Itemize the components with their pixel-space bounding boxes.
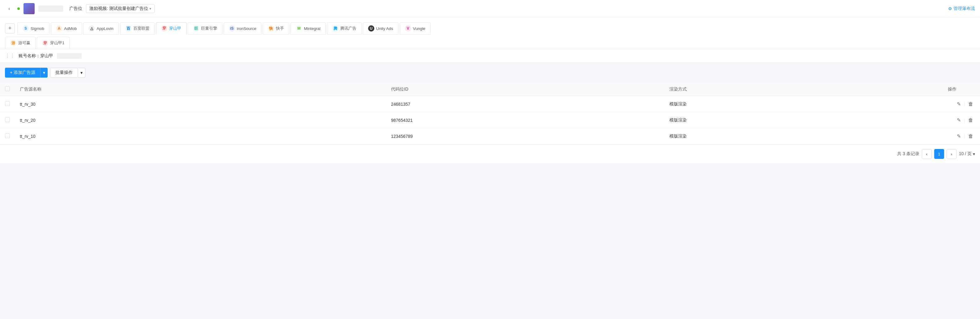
delete-button-1[interactable]: 🗑 [966, 117, 975, 124]
mintegral-icon: M [296, 25, 302, 32]
row-name-1: tt_rv_20 [15, 112, 386, 128]
select-all-checkbox-header [0, 83, 15, 96]
batch-group: 批量操作 ▾ [50, 68, 85, 78]
prev-page-button[interactable]: ‹ [922, 149, 932, 159]
add-source-button[interactable]: + 添加广告源 [5, 68, 40, 78]
page-size-select[interactable]: 10 / 页 ▾ [959, 151, 975, 157]
tab-label-baidu: 百度联盟 [133, 25, 150, 31]
tab-tencent[interactable]: 腾腾讯广告 [327, 22, 362, 35]
tab-unity[interactable]: UUnity Ads [363, 22, 398, 35]
tab-mintegral[interactable]: MMintegral [291, 22, 325, 35]
page-size-label: 10 / 页 [959, 151, 972, 157]
back-button[interactable]: ‹ [5, 4, 14, 13]
tab-vungle[interactable]: VVungle [400, 22, 431, 35]
csjone-icon: 穿 [42, 40, 48, 46]
table-row: tt_rv_10 123456789 模版渲染 ✎ | 🗑 [0, 128, 980, 144]
tab-label-csj: 穿山甲 [169, 25, 181, 31]
youkeying-icon: 游 [10, 40, 16, 46]
row-checkbox-0 [0, 96, 15, 112]
tab-label-mintegral: Mintegral [304, 26, 320, 31]
tab-sigmob[interactable]: SSigmob [18, 22, 49, 35]
baidu-icon: 百 [125, 25, 132, 32]
ad-type-value: 激励视频: 测试批量创建广告位 [89, 6, 148, 11]
row-code-1: 987654321 [386, 112, 665, 128]
manage-waterfall-label: 管理瀑布流 [953, 6, 975, 11]
tabs-row-2: 游游可赢穿穿山甲1 [5, 34, 975, 49]
tab-jl[interactable]: 巨巨量引擎 [188, 22, 223, 35]
edit-button-0[interactable]: ✎ [955, 100, 963, 108]
row-actions-1: ✎ | 🗑 [943, 112, 980, 128]
select-all-checkbox[interactable] [5, 86, 10, 91]
drag-handle-icon: ⋮⋮ [5, 53, 15, 59]
col-header-action: 操作 [943, 83, 980, 96]
tab-label-unity: Unity Ads [376, 26, 393, 31]
table-row: tt_rv_20 987654321 模版渲染 ✎ | 🗑 [0, 112, 980, 128]
edit-button-1[interactable]: ✎ [955, 116, 963, 124]
row-checkbox-2 [0, 128, 15, 144]
row-code-2: 123456789 [386, 128, 665, 144]
delete-button-2[interactable]: 🗑 [966, 133, 975, 140]
action-divider-1: | [964, 118, 965, 123]
avatar [24, 3, 35, 14]
manage-waterfall-link[interactable]: ⚙ 管理瀑布流 [948, 6, 975, 11]
tab-baidu[interactable]: 百百度联盟 [120, 22, 155, 35]
tab-admob[interactable]: AAdMob [51, 22, 82, 35]
tab-csj[interactable]: 穿穿山甲 [156, 22, 186, 35]
current-page-button[interactable]: 1 [934, 149, 944, 159]
checkbox-0[interactable] [5, 101, 10, 106]
ironsource-icon: iS [229, 25, 235, 32]
page-size-chevron-icon: ▾ [973, 151, 975, 156]
row-render-2: 模版渲染 [665, 128, 943, 144]
row-actions-0: ✎ | 🗑 [943, 96, 980, 112]
account-bar: ⋮⋮ 账号名称：穿山甲 [0, 49, 980, 63]
add-source-group: + 添加广告源 ▾ [5, 68, 48, 78]
delete-button-0[interactable]: 🗑 [966, 101, 975, 108]
main-content: + SSigmobAAdMob△AppLovin百百度联盟穿穿山甲巨巨量引擎iS… [0, 17, 980, 319]
csj-icon: 穿 [161, 25, 167, 32]
add-network-button[interactable]: + [5, 24, 15, 33]
row-render-1: 模版渲染 [665, 112, 943, 128]
batch-button[interactable]: 批量操作 [50, 68, 78, 78]
ad-slot-label: 广告位 [69, 6, 82, 11]
admob-icon: A [56, 25, 62, 32]
tab-label-applovin: AppLovin [97, 26, 113, 31]
checkbox-2[interactable] [5, 133, 10, 138]
tab-label-kuaishou: 快手 [276, 25, 284, 31]
unity-icon: U [368, 25, 374, 32]
row-actions-2: ✎ | 🗑 [943, 128, 980, 144]
chevron-down-icon: ▾ [150, 6, 151, 11]
tab-youkeying[interactable]: 游游可赢 [5, 37, 36, 49]
tab-label-jl: 巨量引擎 [201, 25, 217, 31]
row-checkbox-1 [0, 112, 15, 128]
add-source-dropdown-button[interactable]: ▾ [40, 68, 48, 78]
tabs-row-1: + SSigmobAAdMob△AppLovin百百度联盟穿穿山甲巨巨量引擎iS… [5, 22, 975, 34]
tencent-icon: 腾 [332, 25, 339, 32]
row-name-0: tt_rv_30 [15, 96, 386, 112]
tab-label-vungle: Vungle [413, 26, 425, 31]
tab-kuaishou[interactable]: 快快手 [262, 22, 289, 35]
gear-icon: ⚙ [948, 6, 952, 11]
batch-dropdown-button[interactable]: ▾ [78, 68, 85, 78]
tab-applovin[interactable]: △AppLovin [83, 22, 118, 35]
checkbox-1[interactable] [5, 117, 10, 122]
tab-csjone[interactable]: 穿穿山甲1 [37, 37, 70, 49]
table-row: tt_rv_30 24681357 模版渲染 ✎ | 🗑 [0, 96, 980, 112]
account-label: 账号名称：穿山甲 [19, 53, 53, 59]
tab-label-youkeying: 游可赢 [18, 40, 30, 46]
jl-icon: 巨 [193, 25, 199, 32]
tab-label-admob: AdMob [64, 26, 77, 31]
col-header-render: 渲染方式 [665, 83, 943, 96]
edit-button-2[interactable]: ✎ [955, 133, 963, 140]
network-tabs: + SSigmobAAdMob△AppLovin百百度联盟穿穿山甲巨巨量引擎iS… [0, 17, 980, 49]
tab-ironsource[interactable]: iSironSource [224, 22, 262, 35]
account-name-blur [38, 6, 63, 12]
col-header-code: 代码位ID [386, 83, 665, 96]
vungle-icon: V [405, 25, 411, 32]
ad-type-select[interactable]: 激励视频: 测试批量创建广告位 ▾ [86, 4, 155, 13]
pagination-total: 共 3 条记录 [897, 151, 920, 157]
toolbar: + 添加广告源 ▾ 批量操作 ▾ [0, 63, 980, 83]
table-container: 广告源名称 代码位ID 渲染方式 操作 tt_rv_30 24681357 模版… [0, 83, 980, 144]
row-name-2: tt_rv_10 [15, 128, 386, 144]
next-page-button[interactable]: › [947, 149, 956, 159]
kuaishou-icon: 快 [268, 25, 274, 32]
